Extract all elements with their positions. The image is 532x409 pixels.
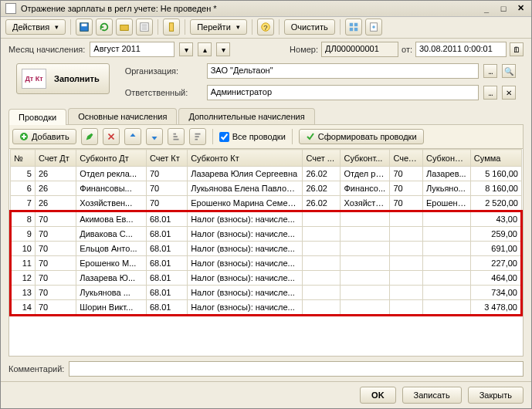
- fill-label: Заполнить: [54, 74, 100, 83]
- resp-select-button[interactable]: ...: [483, 86, 497, 100]
- close-button[interactable]: ✕: [514, 3, 527, 14]
- save-icon[interactable]: [76, 19, 93, 35]
- column-header[interactable]: Счет Дт: [35, 150, 76, 167]
- add-row-button[interactable]: Добавить: [12, 129, 76, 144]
- number-input[interactable]: ДЛ000000001: [321, 42, 398, 57]
- org-input[interactable]: ЗАО "Дельтаон": [207, 63, 479, 79]
- svg-text:?: ?: [263, 23, 267, 32]
- actions-label: Действия: [12, 22, 49, 32]
- month-label: Месяц начисления:: [8, 45, 85, 54]
- save-button[interactable]: Записать: [402, 387, 462, 404]
- sort-asc-icon[interactable]: [168, 128, 185, 145]
- close-footer-button[interactable]: Закрыть: [468, 387, 524, 404]
- svg-rect-13: [354, 28, 357, 31]
- delete-row-icon[interactable]: [103, 128, 120, 145]
- clear-label: Очистить: [291, 22, 328, 32]
- column-header[interactable]: №: [11, 150, 36, 167]
- resp-input[interactable]: Администратор: [207, 85, 479, 100]
- number-label: Номер:: [290, 45, 318, 54]
- data-grid[interactable]: №Счет ДтСубконто ДтСчет КтСубконто КтСче…: [8, 149, 524, 357]
- comment-row: Комментарий:: [1, 357, 531, 381]
- attach-icon[interactable]: [163, 19, 180, 35]
- org-label: Организация:: [125, 66, 202, 76]
- date-input[interactable]: 30.08.2011 0:00:01: [415, 42, 507, 57]
- month-up-button[interactable]: ▴: [198, 42, 212, 56]
- footer: OK Записать Закрыть: [1, 381, 531, 408]
- svg-rect-2: [120, 25, 129, 31]
- fill-button[interactable]: Дт Кт Заполнить: [16, 63, 110, 94]
- table-row[interactable]: 726Хозяйствен...70Ерошенко Марина Семено…: [11, 196, 522, 211]
- month-dropdown-button[interactable]: ▾: [179, 42, 193, 56]
- table-row[interactable]: 1070Ельцов Анто...68.01Налог (взносы): н…: [11, 242, 522, 256]
- column-header[interactable]: Субконт...: [341, 150, 390, 167]
- clear-button[interactable]: Очистить: [284, 19, 335, 35]
- table-row[interactable]: 1270Лазарева Ю...68.01Налог (взносы): на…: [11, 271, 522, 286]
- month-down-button[interactable]: ▾: [216, 42, 230, 56]
- goto-label: Перейти: [197, 22, 231, 32]
- svg-rect-1: [82, 24, 87, 27]
- minimize-button[interactable]: _: [480, 3, 493, 14]
- column-header[interactable]: Счет Кт: [146, 150, 187, 167]
- edit-row-icon[interactable]: [81, 128, 98, 145]
- table-row[interactable]: 870Акимова Ев...68.01Налог (взносы): нач…: [11, 211, 522, 227]
- debit-credit-icon: Дт Кт: [22, 69, 46, 89]
- ok-button[interactable]: OK: [360, 387, 396, 404]
- svg-rect-7: [170, 23, 174, 32]
- comment-label: Комментарий:: [8, 364, 64, 374]
- tab-postings[interactable]: Проводки: [8, 109, 66, 125]
- date-picker-button[interactable]: 🗓: [510, 42, 524, 56]
- svg-rect-11: [354, 23, 357, 26]
- column-header[interactable]: Сумма: [470, 150, 521, 167]
- form-postings-button[interactable]: Сформировать проводки: [299, 129, 424, 144]
- org-select-button[interactable]: ...: [483, 64, 497, 78]
- table-row[interactable]: 626Финансовы...70Лукьянова Елена Павловн…: [11, 181, 522, 196]
- goto-menu[interactable]: Перейти▾: [190, 19, 247, 35]
- form-row-1: Месяц начисления: Август 2011 ▾ ▴ ▾ Номе…: [1, 39, 531, 60]
- document-icon: [5, 3, 16, 14]
- window-controls: _ □ ✕: [480, 3, 527, 14]
- main-toolbar: Действия▾ Перейти▾ ? Очистить: [1, 17, 531, 39]
- move-up-icon[interactable]: [124, 128, 141, 145]
- table-row[interactable]: 970Дивакова С...68.01Налог (взносы): нач…: [11, 227, 522, 242]
- all-postings-label: Все проводки: [232, 132, 286, 141]
- column-header[interactable]: Субконто...: [423, 150, 471, 167]
- move-down-icon[interactable]: [146, 128, 163, 145]
- resp-label: Ответственный:: [125, 88, 202, 97]
- org-search-button[interactable]: 🔍: [502, 64, 516, 78]
- svg-rect-12: [349, 28, 352, 31]
- comment-input[interactable]: [69, 361, 524, 377]
- form-postings-label: Сформировать проводки: [318, 132, 417, 141]
- column-header[interactable]: Счет ...: [303, 150, 341, 167]
- table-row[interactable]: 526Отдел рекла...70Лазарева Юлия Сергеев…: [11, 167, 522, 181]
- post-icon[interactable]: [116, 19, 133, 35]
- column-header[interactable]: Счет ...: [390, 150, 423, 167]
- table-row[interactable]: 1370Лукьянова ...68.01Налог (взносы): на…: [11, 286, 522, 300]
- tab-main-accruals[interactable]: Основные начисления: [68, 108, 177, 124]
- column-header[interactable]: Субконто Дт: [76, 150, 147, 167]
- refresh-icon[interactable]: [96, 19, 113, 35]
- resp-clear-button[interactable]: ✕: [502, 86, 516, 100]
- titlebar: Отражение зарплаты в регл учете: Не пров…: [1, 1, 531, 17]
- help-icon[interactable]: ?: [257, 19, 274, 35]
- print-settings-icon[interactable]: [365, 19, 382, 35]
- from-label: от:: [402, 45, 412, 54]
- maximize-button[interactable]: □: [497, 3, 510, 14]
- tabs: Проводки Основные начисления Дополнитель…: [8, 108, 524, 125]
- sort-desc-icon[interactable]: [189, 128, 206, 145]
- column-header[interactable]: Субконто Кт: [188, 150, 303, 167]
- list-icon[interactable]: [136, 19, 153, 35]
- table-row[interactable]: 1170Ерошенко М...68.01Налог (взносы): на…: [11, 256, 522, 271]
- window-title: Отражение зарплаты в регл учете: Не пров…: [21, 4, 217, 13]
- tab-additional-accruals[interactable]: Дополнительные начисления: [178, 108, 314, 124]
- actions-menu[interactable]: Действия▾: [5, 19, 66, 35]
- grid-settings-icon[interactable]: [345, 19, 362, 35]
- svg-point-15: [372, 26, 375, 29]
- add-label: Добавить: [32, 132, 69, 141]
- window: Отражение зарплаты в регл учете: Не пров…: [0, 0, 532, 409]
- svg-rect-10: [349, 23, 352, 26]
- month-input[interactable]: Август 2011: [90, 42, 175, 57]
- table-row[interactable]: 1470Шорин Викт...68.01Налог (взносы): на…: [11, 300, 522, 316]
- all-postings-checkbox[interactable]: Все проводки: [219, 132, 286, 142]
- grid-toolbar: Добавить Все проводки Сформировать прово…: [8, 125, 524, 149]
